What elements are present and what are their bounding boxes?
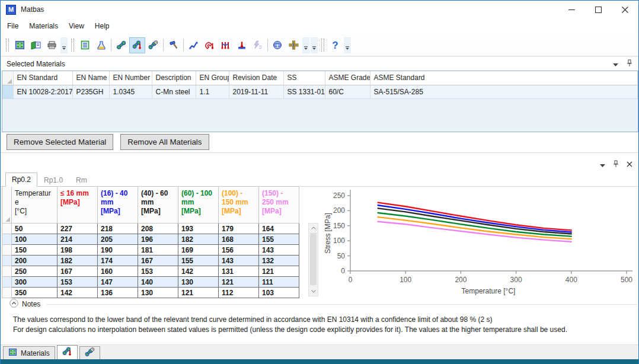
grid-cell-1-1[interactable]: 214 — [57, 234, 98, 245]
toolbar-grip[interactable] — [71, 39, 74, 52]
grid-cell-2-2[interactable]: 190 — [98, 245, 138, 256]
waves-thermometer-icon[interactable] — [218, 37, 234, 53]
grid-cell-6-1[interactable]: 142 — [57, 288, 98, 298]
grid-cell-4-5[interactable]: 131 — [219, 266, 259, 277]
materials-data-row[interactable]: EN 10028-2:2017P235GH1.0345C-Mn steel1.1… — [2, 85, 638, 98]
grid-cell-6-6[interactable]: 103 — [259, 288, 299, 298]
materials-row-indicator[interactable] — [2, 85, 13, 98]
toolbar-overflow-icon[interactable] — [60, 37, 68, 53]
print-preview-icon[interactable] — [28, 37, 44, 53]
grid-cell-6-3[interactable]: 130 — [138, 288, 178, 298]
grid-cell-1-2[interactable]: 205 — [98, 234, 138, 245]
grid-cell-5-3[interactable]: 140 — [138, 277, 178, 288]
grid-column-0[interactable]: Temperature [°C] — [12, 187, 57, 223]
zigzag-arrow-icon[interactable] — [186, 37, 202, 53]
grid-cell-5-1[interactable]: 153 — [57, 277, 98, 288]
grid-row-selector[interactable] — [2, 245, 12, 256]
minimize-button[interactable] — [558, 1, 585, 18]
wrench-icon[interactable] — [113, 37, 129, 53]
grid-row-selector[interactable] — [2, 277, 12, 288]
grid-cell-4-1[interactable]: 167 — [57, 266, 98, 277]
grid-row-selector[interactable] — [2, 223, 12, 234]
grid-column-5[interactable]: (100) - 150 mm [MPa] — [219, 187, 259, 223]
materials-corner-cell[interactable] — [2, 71, 13, 85]
grid-cell-6-4[interactable]: 121 — [178, 288, 219, 298]
grid-cell-1-4[interactable]: 182 — [178, 234, 219, 245]
menu-materials[interactable]: Materials — [24, 19, 63, 34]
grid-cell-1-6[interactable]: 155 — [259, 234, 299, 245]
hammer-icon[interactable] — [165, 37, 181, 53]
grid-cell-3-1[interactable]: 182 — [57, 256, 98, 266]
materials-cell-0[interactable]: EN 10028-2:2017 — [13, 85, 72, 98]
help-icon[interactable]: ? — [327, 37, 343, 53]
grid-cell-3-6[interactable]: 132 — [259, 256, 299, 266]
grid-cell-6-5[interactable]: 112 — [219, 288, 259, 298]
grid-cell-3-3[interactable]: 167 — [138, 256, 178, 266]
toolbar-overflow-icon[interactable] — [344, 37, 351, 53]
scrollbar-thumb[interactable] — [310, 233, 317, 285]
materials-column-8[interactable]: ASME Standard — [370, 71, 638, 85]
grid-cell-4-4[interactable]: 142 — [178, 266, 219, 277]
grid-cell-2-4[interactable]: 169 — [178, 245, 219, 256]
materials-column-4[interactable]: EN Group — [196, 71, 229, 85]
grid-cell-6-0[interactable]: 350 — [12, 288, 57, 298]
globe-info-icon[interactable]: i — [270, 37, 286, 53]
grid-column-4[interactable]: (60) - 100 mm [MPa] — [178, 187, 219, 223]
materials-column-1[interactable]: EN Name — [72, 71, 109, 85]
remove-all-materials-button[interactable]: Remove All Materials — [120, 134, 209, 150]
grid-cell-4-6[interactable]: 121 — [259, 266, 299, 277]
grid-row-selector[interactable] — [2, 256, 12, 266]
grid-cell-2-1[interactable]: 198 — [57, 245, 98, 256]
remove-selected-material-button[interactable]: Remove Selected Material — [7, 134, 113, 150]
pin-icon[interactable] — [627, 59, 632, 69]
wrench-thermometer-icon[interactable] — [129, 37, 145, 53]
grid-cell-2-3[interactable]: 181 — [138, 245, 178, 256]
grid-cell-2-0[interactable]: 150 — [12, 245, 57, 256]
grid-cell-1-0[interactable]: 100 — [12, 234, 57, 245]
notes-collapse-icon[interactable] — [9, 299, 18, 309]
toolbar-overflow-icon[interactable] — [302, 37, 309, 53]
document-report-icon[interactable] — [77, 37, 93, 53]
grid-column-2[interactable]: (16) - 40 mm [MPa] — [98, 187, 138, 223]
materials-cell-1[interactable]: P235GH — [72, 85, 109, 98]
grid-column-6[interactable]: (150) - 250 mm [MPa] — [259, 187, 299, 223]
grid-cell-5-4[interactable]: 130 — [178, 277, 219, 288]
grid-column-3[interactable]: (40) - 60 mm [MPa] — [138, 187, 178, 223]
grid-cell-2-5[interactable]: 156 — [219, 245, 259, 256]
grid-row-selector[interactable] — [2, 266, 12, 277]
menu-view[interactable]: View — [63, 19, 90, 34]
grid-row-selector[interactable] — [2, 288, 12, 298]
materials-cell-5[interactable]: 2019-11-11 — [229, 85, 283, 98]
materials-cell-2[interactable]: 1.0345 — [109, 85, 152, 98]
flask-icon[interactable] — [93, 37, 109, 53]
materials-cell-4[interactable]: 1.1 — [196, 85, 229, 98]
materials-cell-7[interactable]: 60/C — [325, 85, 370, 98]
grid-cell-3-2[interactable]: 174 — [98, 256, 138, 266]
grid-cell-2-6[interactable]: 143 — [259, 245, 299, 256]
grid-cell-1-5[interactable]: 168 — [219, 234, 259, 245]
bottom-tab-wrench-thermometer[interactable] — [57, 345, 78, 359]
materials-column-7[interactable]: ASME Grade — [325, 71, 370, 85]
toolbar-grip[interactable] — [6, 39, 9, 52]
panel-menu-dropdown-icon[interactable] — [613, 60, 618, 68]
bottom-tab-wrench-clock[interactable] — [79, 346, 100, 359]
scroll-down-icon[interactable] — [309, 287, 318, 296]
wrench-clock-icon[interactable] — [145, 37, 161, 53]
materials-column-3[interactable]: Description — [152, 71, 196, 85]
grid-cell-4-2[interactable]: 160 — [98, 266, 138, 277]
bottom-tab-materials[interactable]: Materials — [3, 346, 55, 359]
magnet-thermometer-icon[interactable] — [202, 37, 218, 53]
grid-cell-4-0[interactable]: 250 — [12, 266, 57, 277]
grid-cell-0-5[interactable]: 179 — [219, 223, 259, 234]
thermometer-icon[interactable] — [234, 37, 250, 53]
pin-icon[interactable] — [613, 160, 619, 170]
ruler-icon[interactable] — [286, 37, 302, 53]
materials-column-0[interactable]: EN Standard — [13, 71, 72, 85]
grid-cell-0-0[interactable]: 50 — [12, 223, 57, 234]
tab-rp10[interactable]: Rp1.0 — [37, 173, 69, 187]
grid-cell-3-0[interactable]: 200 — [12, 256, 57, 266]
panel-close-icon[interactable] — [627, 161, 632, 169]
grid-corner-cell[interactable] — [2, 187, 12, 223]
grid-cell-5-5[interactable]: 121 — [219, 277, 259, 288]
scroll-up-icon[interactable] — [309, 223, 318, 232]
